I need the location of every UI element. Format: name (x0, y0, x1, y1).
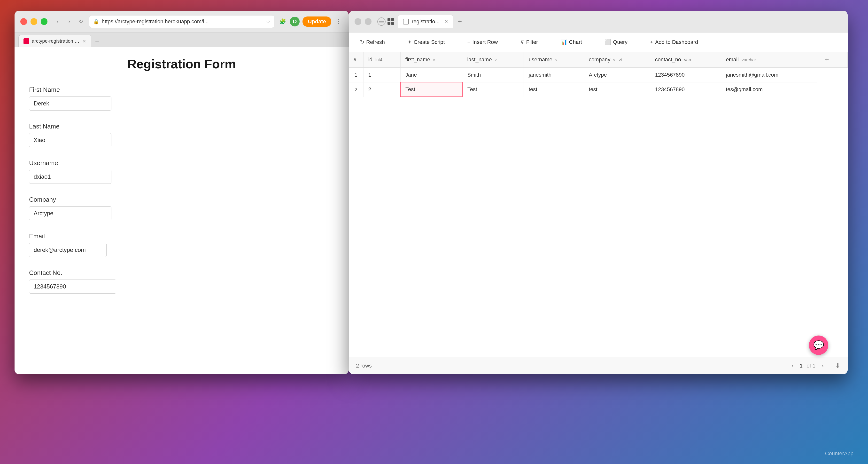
form-title: Registration Form (29, 57, 334, 71)
db-minimize-button[interactable] (365, 18, 372, 25)
col-add-button[interactable]: + (817, 52, 847, 68)
row-2-id[interactable]: 2 (363, 82, 400, 97)
add-column-icon: + (822, 56, 832, 63)
add-to-dashboard-button[interactable]: + Add to Dashboard (646, 37, 702, 47)
toolbar-separator-3 (509, 38, 509, 47)
forward-button[interactable]: › (65, 17, 73, 26)
page-prev-button[interactable]: ‹ (789, 361, 796, 370)
col-email-type: varchar (742, 57, 756, 62)
lock-icon: 🔒 (93, 19, 99, 25)
refresh-label: Refresh (366, 39, 385, 45)
list-view-button[interactable] (377, 18, 385, 26)
username-input[interactable] (29, 170, 112, 184)
row-2-contact-no[interactable]: 1234567890 (650, 82, 721, 97)
query-button[interactable]: ⬜ Query (600, 37, 631, 47)
row-2-last-name[interactable]: Test (462, 82, 524, 97)
col-header-first-name[interactable]: first_name ∨ (400, 52, 462, 68)
col-header-company[interactable]: company ∨ vi (584, 52, 650, 68)
download-button[interactable]: ⬇ (835, 362, 840, 370)
create-script-label: Create Script (414, 39, 445, 45)
page-next-button[interactable]: › (819, 361, 826, 370)
row-1-first-name[interactable]: Jane (400, 68, 462, 82)
db-footer: 2 rows ‹ 1 of 1 › ⬇ (349, 357, 848, 374)
col-header-contact-no[interactable]: contact_no van (650, 52, 721, 68)
contact-group: Contact No. (29, 269, 334, 294)
query-label: Query (613, 39, 627, 45)
row-1-last-name[interactable]: Smith (462, 68, 524, 82)
browser-nav: ‹ › ↻ (53, 17, 85, 26)
row-2-email[interactable]: tes@gmail.com (721, 82, 817, 97)
address-bar[interactable]: 🔒 https://arctype-registration.herokuapp… (89, 15, 274, 28)
col-header-username[interactable]: username ∨ (524, 52, 584, 68)
row-1-num: 1 (349, 68, 363, 82)
db-tab-icon (403, 19, 409, 25)
toolbar-separator-5 (593, 38, 593, 47)
chart-button[interactable]: 📊 Chart (557, 37, 586, 47)
tab-bar: arctype-registration.he... ✕ + (14, 32, 349, 47)
db-tab-active[interactable]: registratio... ✕ (398, 15, 453, 28)
browser-window: ‹ › ↻ 🔒 https://arctype-registration.her… (14, 11, 349, 374)
db-table-container: # id int4 first_name ∨ last_name ∨ (349, 52, 848, 357)
contact-input[interactable] (29, 280, 116, 294)
refresh-icon: ↻ (360, 39, 364, 45)
row-2-first-name[interactable]: Test (400, 82, 462, 97)
profile-icon[interactable]: D (290, 17, 300, 26)
refresh-button[interactable]: ↻ Refresh (356, 37, 389, 47)
filter-button[interactable]: ⊽ Filter (516, 37, 542, 47)
col-contact-label: contact_no (655, 57, 681, 62)
first-name-group: First Name (29, 86, 334, 111)
browser-actions: 🧩 D Update ⋮ (278, 17, 343, 27)
chart-icon: 📊 (560, 39, 567, 45)
db-close-button[interactable] (354, 18, 361, 25)
filter-label: Filter (526, 39, 538, 45)
db-new-tab-button[interactable]: + (455, 17, 465, 26)
insert-row-button[interactable]: + Insert Row (463, 37, 502, 47)
menu-icon[interactable]: ⋮ (334, 17, 343, 26)
browser-tab-active[interactable]: arctype-registration.he... ✕ (19, 35, 91, 47)
col-username-label: username (529, 57, 552, 62)
traffic-lights (20, 18, 48, 25)
row-1-contact-no[interactable]: 1234567890 (650, 68, 721, 82)
row-1-username[interactable]: janesmith (524, 68, 584, 82)
row-1-company[interactable]: Arctype (584, 68, 650, 82)
col-firstname-label: first_name (405, 57, 430, 62)
col-contact-type: van (684, 57, 691, 62)
new-tab-button[interactable]: + (92, 36, 102, 46)
col-company-label: company (589, 57, 610, 62)
col-header-email[interactable]: email varchar (721, 52, 817, 68)
back-button[interactable]: ‹ (53, 17, 62, 26)
db-tab-close-button[interactable]: ✕ (444, 19, 448, 24)
company-input[interactable] (29, 206, 112, 220)
col-header-last-name[interactable]: last_name ∨ (462, 52, 524, 68)
counterapp-label: CounterApp (825, 451, 854, 457)
table-row: 2 2 Test Test test test 1234567890 tes@g… (349, 82, 848, 97)
company-group: Company (29, 196, 334, 220)
page-current: 1 (800, 362, 803, 369)
chat-bubble-button[interactable]: 💬 (809, 336, 828, 355)
tab-favicon (24, 38, 29, 44)
create-script-button[interactable]: ✦ Create Script (403, 37, 448, 47)
tab-close-button[interactable]: ✕ (83, 38, 86, 44)
maximize-window-button[interactable] (41, 18, 48, 25)
row-1-email[interactable]: janesmith@gmail.com (721, 68, 817, 82)
toolbar-separator-4 (549, 38, 549, 47)
filter-icon: ⊽ (520, 39, 524, 45)
last-name-group: Last Name (29, 123, 334, 147)
row-1-id[interactable]: 1 (363, 68, 400, 82)
first-name-label: First Name (29, 86, 334, 94)
grid-view-button[interactable] (388, 18, 394, 25)
row-2-company[interactable]: test (584, 82, 650, 97)
update-button[interactable]: Update (303, 17, 331, 27)
extensions-icon[interactable]: 🧩 (278, 17, 287, 26)
bookmark-icon[interactable]: ☆ (266, 19, 270, 25)
minimize-window-button[interactable] (31, 18, 37, 25)
row-count: 2 rows (356, 362, 372, 369)
row-2-username[interactable]: test (524, 82, 584, 97)
close-window-button[interactable] (20, 18, 27, 25)
refresh-button[interactable]: ↻ (76, 17, 85, 26)
col-header-id[interactable]: id int4 (363, 52, 400, 68)
add-to-dashboard-label: Add to Dashboard (655, 39, 698, 45)
last-name-input[interactable] (29, 133, 112, 147)
email-input[interactable] (29, 243, 106, 257)
first-name-input[interactable] (29, 96, 112, 111)
